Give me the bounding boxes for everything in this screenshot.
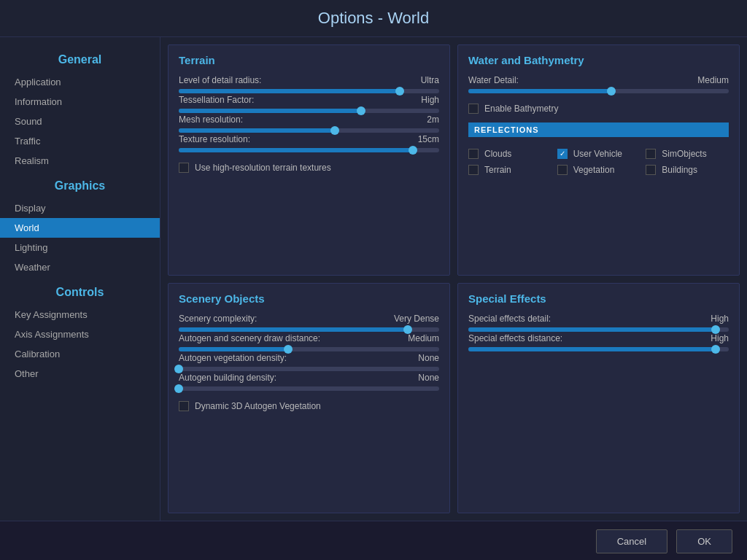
slider-track-0[interactable] (179, 327, 439, 332)
terrain-checkbox-row[interactable]: Use high-resolution terrain textures (179, 163, 439, 173)
reflection-item-terrain[interactable]: Terrain (468, 165, 551, 175)
ok-button[interactable]: OK (676, 529, 732, 553)
slider-row-0: Special effects detail:High (468, 314, 729, 333)
slider-track-0[interactable] (468, 327, 729, 332)
reflections-header: REFLECTIONS (468, 122, 729, 137)
slider-thumb-1[interactable] (711, 345, 720, 354)
slider-label-row-1: Autogen and scenery draw distance:Medium (179, 333, 439, 343)
slider-fill-0 (179, 89, 400, 93)
cancel-button[interactable]: Cancel (596, 529, 667, 553)
sidebar-item-world[interactable]: World (0, 218, 160, 238)
page-title: Options - World (0, 0, 747, 37)
reflection-checkbox-simobjects[interactable] (646, 149, 656, 159)
slider-row-2: Mesh resolution:2m (179, 114, 439, 134)
slider-fill-1 (179, 347, 288, 351)
scenery-sliders: Scenery complexity:Very DenseAutogen and… (179, 314, 439, 392)
sidebar: General ApplicationInformationSoundTraff… (0, 37, 160, 521)
slider-thumb-0[interactable] (711, 325, 720, 334)
sidebar-item-axis-assignments[interactable]: Axis Assignments (0, 324, 160, 344)
reflection-label-user-vehicle: User Vehicle (573, 149, 622, 159)
sidebar-item-weather[interactable]: Weather (0, 257, 160, 277)
slider-value-1: High (711, 333, 729, 343)
scenery-title: Scenery Objects (179, 292, 439, 305)
controls-nav: Key AssignmentsAxis AssignmentsCalibrati… (0, 305, 160, 384)
slider-thumb-1[interactable] (357, 106, 365, 115)
terrain-checkbox[interactable] (179, 163, 189, 173)
slider-label-row-3: Texture resolution:15cm (179, 134, 439, 144)
slider-label-row-1: Special effects distance:High (468, 333, 729, 343)
slider-label-2: Mesh resolution: (179, 114, 243, 125)
slider-label-row-2: Autogen vegetation density:None (179, 353, 439, 363)
scenery-checkbox-row[interactable]: Dynamic 3D Autogen Vegetation (179, 401, 439, 411)
graphics-section-title: Graphics (0, 171, 160, 198)
slider-label-row-3: Autogen building density:None (179, 373, 439, 383)
slider-value-0: High (711, 314, 729, 324)
slider-thumb-2[interactable] (174, 365, 183, 373)
reflections-grid: Clouds✓User VehicleSimObjectsTerrainVege… (468, 146, 729, 175)
reflection-checkbox-buildings[interactable] (646, 165, 656, 175)
slider-track-2[interactable] (179, 128, 439, 133)
reflection-item-simobjects[interactable]: SimObjects (646, 149, 729, 159)
reflection-checkbox-vegetation[interactable] (557, 165, 568, 175)
reflection-checkbox-terrain[interactable] (468, 165, 479, 175)
slider-thumb-2[interactable] (330, 126, 339, 135)
slider-thumb-3[interactable] (409, 146, 417, 155)
slider-track-1[interactable] (179, 347, 439, 351)
slider-row-3: Texture resolution:15cm (179, 134, 439, 154)
reflection-item-vegetation[interactable]: Vegetation (557, 165, 640, 175)
slider-thumb-1[interactable] (284, 345, 293, 354)
slider-value-3: None (418, 373, 439, 383)
slider-label-row-1: Tessellation Factor:High (179, 95, 439, 105)
slider-track-2[interactable] (179, 367, 439, 371)
sidebar-item-realism[interactable]: Realism (0, 151, 160, 171)
reflection-item-buildings[interactable]: Buildings (646, 165, 729, 175)
bathymetry-checkbox[interactable] (468, 104, 479, 114)
slider-row-2: Autogen vegetation density:None (179, 353, 439, 373)
sidebar-item-traffic[interactable]: Traffic (0, 131, 160, 151)
reflection-checkbox-user-vehicle[interactable]: ✓ (557, 149, 568, 159)
sidebar-item-lighting[interactable]: Lighting (0, 238, 160, 257)
bathymetry-checkbox-row[interactable]: Enable Bathymetry (468, 104, 729, 114)
sidebar-item-calibration[interactable]: Calibration (0, 344, 160, 364)
sidebar-item-key-assignments[interactable]: Key Assignments (0, 305, 160, 324)
reflection-checkbox-clouds[interactable] (468, 149, 479, 159)
slider-fill-1 (179, 109, 361, 113)
slider-value-0: Very Dense (394, 314, 439, 324)
controls-section-title: Controls (0, 277, 160, 305)
slider-track-3[interactable] (179, 148, 439, 152)
reflection-item-clouds[interactable]: Clouds (468, 149, 551, 159)
slider-fill-1 (468, 347, 716, 351)
slider-label-row-2: Mesh resolution:2m (179, 114, 439, 125)
water-detail-thumb[interactable] (607, 87, 616, 96)
sidebar-item-display[interactable]: Display (0, 198, 160, 218)
reflection-label-buildings: Buildings (662, 165, 697, 175)
slider-label-1: Special effects distance: (468, 333, 562, 343)
slider-thumb-3[interactable] (174, 384, 183, 393)
slider-track-1[interactable] (179, 109, 439, 113)
sidebar-item-sound[interactable]: Sound (0, 112, 160, 131)
title-text: Options - World (318, 9, 429, 27)
sidebar-item-information[interactable]: Information (0, 92, 160, 112)
slider-value-2: 2m (427, 114, 439, 125)
slider-track-1[interactable] (468, 347, 729, 351)
slider-row-0: Scenery complexity:Very Dense (179, 314, 439, 333)
scenery-checkbox[interactable] (179, 401, 189, 411)
slider-thumb-0[interactable] (403, 325, 412, 334)
graphics-nav: DisplayWorldLightingWeather (0, 198, 160, 277)
slider-label-0: Level of detail radius: (179, 75, 261, 85)
general-section-title: General (0, 44, 160, 72)
slider-thumb-0[interactable] (395, 87, 404, 96)
water-panel: Water and Bathymetry Water Detail: Mediu… (457, 44, 740, 276)
slider-track-3[interactable] (179, 386, 439, 391)
terrain-sliders: Level of detail radius:UltraTessellation… (179, 75, 439, 154)
slider-label-row-0: Level of detail radius:Ultra (179, 75, 439, 85)
slider-row-3: Autogen building density:None (179, 373, 439, 392)
water-detail-track[interactable] (468, 89, 729, 93)
reflection-item-user-vehicle[interactable]: ✓User Vehicle (557, 149, 640, 159)
slider-label-3: Autogen building density: (179, 373, 276, 383)
sidebar-item-other[interactable]: Other (0, 364, 160, 384)
special-effects-panel: Special Effects Special effects detail:H… (457, 283, 740, 514)
slider-value-2: None (418, 353, 439, 363)
slider-track-0[interactable] (179, 89, 439, 93)
sidebar-item-application[interactable]: Application (0, 72, 160, 92)
